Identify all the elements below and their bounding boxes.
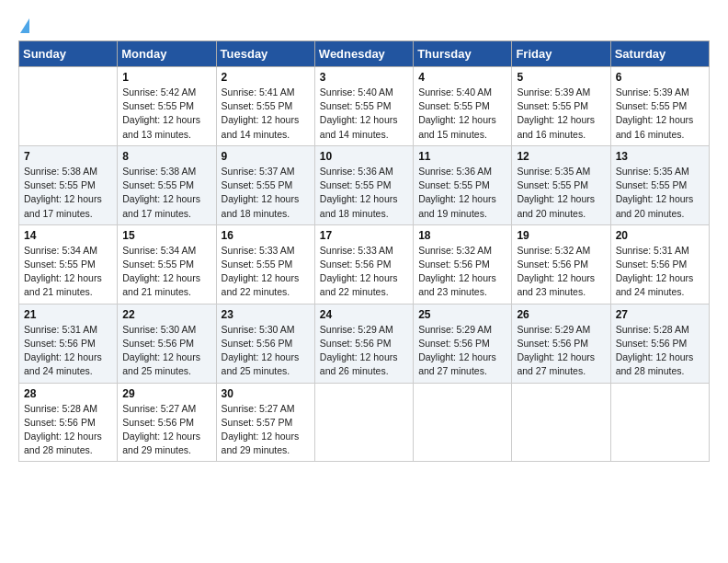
col-header-wednesday: Wednesday xyxy=(314,41,413,67)
calendar-cell: 26Sunrise: 5:29 AM Sunset: 5:56 PM Dayli… xyxy=(512,304,610,383)
calendar-cell xyxy=(610,383,709,462)
day-info: Sunrise: 5:34 AM Sunset: 5:55 PM Dayligh… xyxy=(24,244,112,300)
col-header-tuesday: Tuesday xyxy=(216,41,314,67)
calendar-cell: 8Sunrise: 5:38 AM Sunset: 5:55 PM Daylig… xyxy=(118,145,216,224)
day-number: 18 xyxy=(418,229,506,242)
calendar-cell: 7Sunrise: 5:38 AM Sunset: 5:55 PM Daylig… xyxy=(19,145,118,224)
calendar-cell: 25Sunrise: 5:29 AM Sunset: 5:56 PM Dayli… xyxy=(414,304,512,383)
day-number: 3 xyxy=(320,71,408,84)
day-number: 23 xyxy=(222,308,310,321)
day-info: Sunrise: 5:27 AM Sunset: 5:57 PM Dayligh… xyxy=(222,402,310,458)
day-info: Sunrise: 5:32 AM Sunset: 5:56 PM Dayligh… xyxy=(517,244,605,300)
day-info: Sunrise: 5:30 AM Sunset: 5:56 PM Dayligh… xyxy=(222,323,310,379)
day-number: 15 xyxy=(122,229,210,242)
calendar-cell: 4Sunrise: 5:40 AM Sunset: 5:55 PM Daylig… xyxy=(414,67,512,146)
calendar-week-2: 7Sunrise: 5:38 AM Sunset: 5:55 PM Daylig… xyxy=(19,145,710,224)
day-number: 16 xyxy=(222,229,310,242)
day-info: Sunrise: 5:29 AM Sunset: 5:56 PM Dayligh… xyxy=(517,323,605,379)
calendar-cell: 29Sunrise: 5:27 AM Sunset: 5:56 PM Dayli… xyxy=(118,383,216,462)
calendar-header-row: SundayMondayTuesdayWednesdayThursdayFrid… xyxy=(19,41,710,67)
calendar-cell: 9Sunrise: 5:37 AM Sunset: 5:55 PM Daylig… xyxy=(216,145,314,224)
calendar-cell: 22Sunrise: 5:30 AM Sunset: 5:56 PM Dayli… xyxy=(118,304,216,383)
logo xyxy=(18,18,29,31)
day-info: Sunrise: 5:38 AM Sunset: 5:55 PM Dayligh… xyxy=(24,165,112,221)
calendar-cell: 12Sunrise: 5:35 AM Sunset: 5:55 PM Dayli… xyxy=(512,145,610,224)
day-info: Sunrise: 5:31 AM Sunset: 5:56 PM Dayligh… xyxy=(24,323,112,379)
col-header-sunday: Sunday xyxy=(19,41,118,67)
calendar-cell: 15Sunrise: 5:34 AM Sunset: 5:55 PM Dayli… xyxy=(118,224,216,304)
day-info: Sunrise: 5:42 AM Sunset: 5:55 PM Dayligh… xyxy=(122,86,210,142)
day-info: Sunrise: 5:39 AM Sunset: 5:55 PM Dayligh… xyxy=(616,86,704,142)
calendar-week-4: 21Sunrise: 5:31 AM Sunset: 5:56 PM Dayli… xyxy=(19,304,710,383)
calendar-cell xyxy=(512,383,610,462)
day-number: 20 xyxy=(616,229,704,242)
calendar-cell: 23Sunrise: 5:30 AM Sunset: 5:56 PM Dayli… xyxy=(216,304,314,383)
calendar-cell: 19Sunrise: 5:32 AM Sunset: 5:56 PM Dayli… xyxy=(512,224,610,304)
calendar-cell xyxy=(19,67,118,146)
day-info: Sunrise: 5:33 AM Sunset: 5:55 PM Dayligh… xyxy=(222,244,310,300)
day-number: 24 xyxy=(320,308,408,321)
day-info: Sunrise: 5:37 AM Sunset: 5:55 PM Dayligh… xyxy=(222,165,310,221)
day-info: Sunrise: 5:34 AM Sunset: 5:55 PM Dayligh… xyxy=(122,244,210,300)
day-number: 29 xyxy=(122,387,210,400)
calendar-cell: 18Sunrise: 5:32 AM Sunset: 5:56 PM Dayli… xyxy=(414,224,512,304)
day-info: Sunrise: 5:36 AM Sunset: 5:55 PM Dayligh… xyxy=(418,165,506,221)
day-info: Sunrise: 5:40 AM Sunset: 5:55 PM Dayligh… xyxy=(418,86,506,142)
day-number: 4 xyxy=(418,71,506,84)
day-number: 5 xyxy=(517,71,605,84)
page-header xyxy=(18,18,710,31)
day-number: 19 xyxy=(517,229,605,242)
calendar-cell: 2Sunrise: 5:41 AM Sunset: 5:55 PM Daylig… xyxy=(216,67,314,146)
day-info: Sunrise: 5:40 AM Sunset: 5:55 PM Dayligh… xyxy=(320,86,408,142)
calendar-cell: 27Sunrise: 5:28 AM Sunset: 5:56 PM Dayli… xyxy=(610,304,709,383)
col-header-thursday: Thursday xyxy=(414,41,512,67)
day-number: 11 xyxy=(418,150,506,163)
day-info: Sunrise: 5:31 AM Sunset: 5:56 PM Dayligh… xyxy=(616,244,704,300)
day-number: 30 xyxy=(222,387,310,400)
day-info: Sunrise: 5:38 AM Sunset: 5:55 PM Dayligh… xyxy=(122,165,210,221)
calendar-cell: 20Sunrise: 5:31 AM Sunset: 5:56 PM Dayli… xyxy=(610,224,709,304)
calendar-cell: 21Sunrise: 5:31 AM Sunset: 5:56 PM Dayli… xyxy=(19,304,118,383)
day-number: 1 xyxy=(122,71,210,84)
day-info: Sunrise: 5:35 AM Sunset: 5:55 PM Dayligh… xyxy=(517,165,605,221)
day-number: 22 xyxy=(122,308,210,321)
day-number: 21 xyxy=(24,308,112,321)
day-number: 14 xyxy=(24,229,112,242)
day-number: 27 xyxy=(616,308,704,321)
day-number: 10 xyxy=(320,150,408,163)
day-number: 8 xyxy=(122,150,210,163)
calendar-cell: 11Sunrise: 5:36 AM Sunset: 5:55 PM Dayli… xyxy=(414,145,512,224)
calendar-week-1: 1Sunrise: 5:42 AM Sunset: 5:55 PM Daylig… xyxy=(19,67,710,146)
day-info: Sunrise: 5:29 AM Sunset: 5:56 PM Dayligh… xyxy=(418,323,506,379)
day-info: Sunrise: 5:28 AM Sunset: 5:56 PM Dayligh… xyxy=(616,323,704,379)
col-header-friday: Friday xyxy=(512,41,610,67)
calendar-cell: 5Sunrise: 5:39 AM Sunset: 5:55 PM Daylig… xyxy=(512,67,610,146)
calendar-cell: 24Sunrise: 5:29 AM Sunset: 5:56 PM Dayli… xyxy=(314,304,413,383)
day-number: 25 xyxy=(418,308,506,321)
day-number: 28 xyxy=(24,387,112,400)
day-info: Sunrise: 5:36 AM Sunset: 5:55 PM Dayligh… xyxy=(320,165,408,221)
day-info: Sunrise: 5:27 AM Sunset: 5:56 PM Dayligh… xyxy=(122,402,210,458)
day-info: Sunrise: 5:41 AM Sunset: 5:55 PM Dayligh… xyxy=(222,86,310,142)
calendar-cell: 17Sunrise: 5:33 AM Sunset: 5:56 PM Dayli… xyxy=(314,224,413,304)
day-number: 12 xyxy=(517,150,605,163)
calendar-table: SundayMondayTuesdayWednesdayThursdayFrid… xyxy=(18,40,710,462)
day-number: 17 xyxy=(320,229,408,242)
day-number: 6 xyxy=(616,71,704,84)
calendar-cell xyxy=(414,383,512,462)
day-info: Sunrise: 5:39 AM Sunset: 5:55 PM Dayligh… xyxy=(517,86,605,142)
calendar-cell: 30Sunrise: 5:27 AM Sunset: 5:57 PM Dayli… xyxy=(216,383,314,462)
day-info: Sunrise: 5:29 AM Sunset: 5:56 PM Dayligh… xyxy=(320,323,408,379)
calendar-cell: 13Sunrise: 5:35 AM Sunset: 5:55 PM Dayli… xyxy=(610,145,709,224)
col-header-saturday: Saturday xyxy=(610,41,709,67)
calendar-week-3: 14Sunrise: 5:34 AM Sunset: 5:55 PM Dayli… xyxy=(19,224,710,304)
calendar-cell: 6Sunrise: 5:39 AM Sunset: 5:55 PM Daylig… xyxy=(610,67,709,146)
calendar-cell: 3Sunrise: 5:40 AM Sunset: 5:55 PM Daylig… xyxy=(314,67,413,146)
col-header-monday: Monday xyxy=(118,41,216,67)
calendar-cell: 1Sunrise: 5:42 AM Sunset: 5:55 PM Daylig… xyxy=(118,67,216,146)
calendar-cell: 10Sunrise: 5:36 AM Sunset: 5:55 PM Dayli… xyxy=(314,145,413,224)
day-number: 9 xyxy=(222,150,310,163)
day-number: 7 xyxy=(24,150,112,163)
day-number: 2 xyxy=(222,71,310,84)
calendar-cell: 28Sunrise: 5:28 AM Sunset: 5:56 PM Dayli… xyxy=(19,383,118,462)
